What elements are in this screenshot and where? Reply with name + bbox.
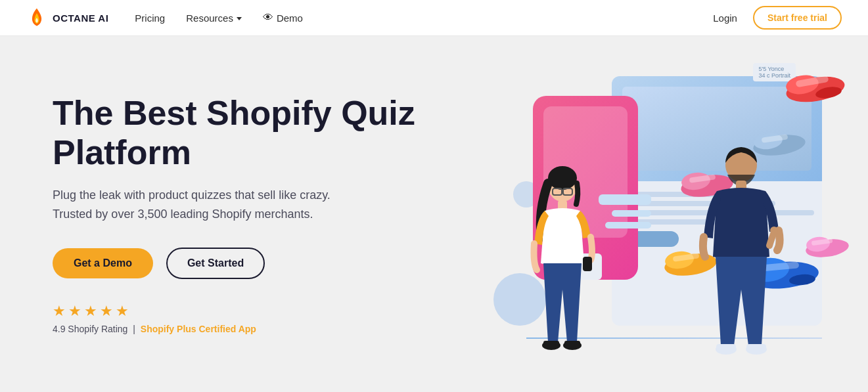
logo-text: OCTANE AI	[53, 12, 108, 24]
star-rating: ★ ★ ★ ★ ★	[53, 303, 421, 320]
hero-buttons: Get a Demo Get Started	[53, 248, 421, 279]
star-1: ★	[53, 303, 66, 320]
nav-demo[interactable]: 👁 Demo	[263, 12, 303, 24]
shoe-red	[783, 66, 848, 106]
get-started-button[interactable]: Get Started	[166, 248, 265, 279]
nav-pricing[interactable]: Pricing	[135, 12, 165, 24]
person-woman	[525, 158, 601, 368]
svg-point-33	[770, 227, 778, 234]
eye-icon: 👁	[263, 12, 273, 24]
star-3: ★	[84, 303, 97, 320]
mini-card-3	[612, 210, 651, 217]
mini-card-4	[605, 222, 651, 229]
shoe-pink-small	[802, 230, 852, 260]
rating-score: 4.9 Shopify Rating	[53, 324, 127, 334]
person-man	[698, 135, 784, 368]
get-demo-button[interactable]: Get a Demo	[53, 248, 153, 278]
svg-rect-29	[543, 341, 559, 347]
svg-rect-26	[583, 257, 592, 271]
flame-icon	[26, 7, 47, 28]
nav-right: Login Start free trial	[713, 6, 842, 30]
hero-content: The Best Shopify Quiz Platform Plug the …	[53, 94, 421, 334]
nav-resources[interactable]: Resources	[186, 12, 242, 24]
chevron-down-icon	[237, 17, 242, 20]
svg-rect-36	[716, 344, 736, 352]
logo-link[interactable]: OCTANE AI	[26, 7, 108, 28]
svg-rect-37	[746, 344, 766, 352]
hero-section: The Best Shopify Quiz Platform Plug the …	[0, 36, 868, 392]
navbar: OCTANE AI Pricing Resources 👁 Demo Login…	[0, 0, 868, 36]
hero-illustration: 5'5 Yonce34 c Portrait	[474, 36, 868, 392]
svg-point-21	[548, 166, 577, 190]
start-trial-button[interactable]: Start free trial	[753, 6, 842, 30]
star-5: ★	[116, 303, 129, 320]
nav-links: Pricing Resources 👁 Demo	[135, 12, 713, 24]
star-4: ★	[100, 303, 113, 320]
rating-separator: |	[133, 324, 135, 334]
login-link[interactable]: Login	[713, 12, 737, 24]
hero-subtitle: Plug the leak with product quizzes that …	[53, 186, 368, 224]
star-2: ★	[68, 303, 81, 320]
rating-text: 4.9 Shopify Rating | Shopify Plus Certif…	[53, 324, 421, 334]
hero-rating: ★ ★ ★ ★ ★ 4.9 Shopify Rating | Shopify P…	[53, 303, 421, 334]
mini-card-2	[599, 194, 651, 205]
scene: 5'5 Yonce34 c Portrait	[480, 50, 861, 378]
svg-rect-30	[564, 341, 580, 347]
certified-link[interactable]: Shopify Plus Certified App	[141, 324, 256, 334]
hero-title: The Best Shopify Quiz Platform	[53, 94, 421, 173]
